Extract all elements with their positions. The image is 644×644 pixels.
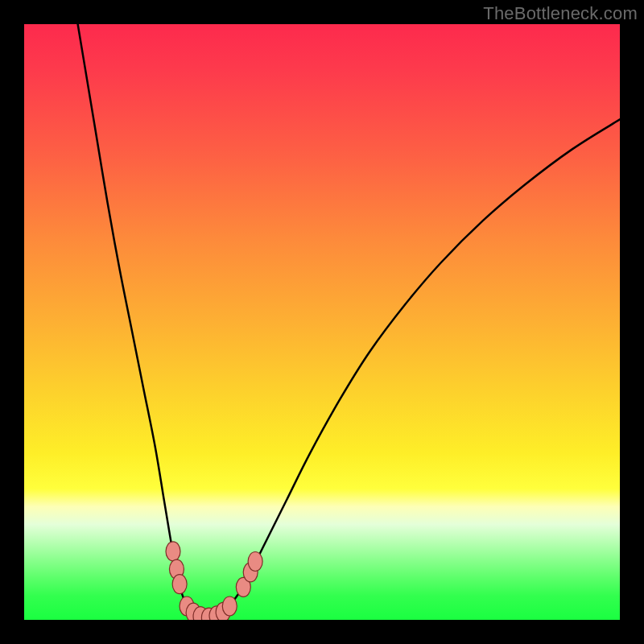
watermark-text: TheBottleneck.com xyxy=(483,3,638,24)
data-point-markers xyxy=(24,24,620,620)
chart-frame: TheBottleneck.com xyxy=(0,0,644,644)
data-point xyxy=(222,597,237,616)
plot-area xyxy=(24,24,620,620)
data-point xyxy=(166,542,180,561)
data-point xyxy=(248,551,262,571)
data-point xyxy=(172,575,187,594)
